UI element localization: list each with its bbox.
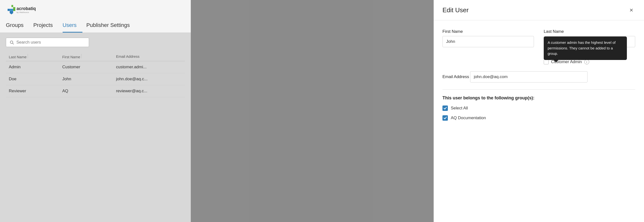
aq-documentation-checkbox[interactable] bbox=[442, 115, 448, 121]
cell-first-name: John bbox=[59, 73, 113, 85]
email-label: Email Address bbox=[442, 74, 469, 79]
last-name-label: Last Name bbox=[544, 29, 635, 34]
modal-body: First Name Last Name A customer admin ha… bbox=[434, 20, 644, 222]
content-area: Last Name First Name Email Address Admin… bbox=[0, 33, 191, 222]
cell-email: john.doe@aq.c... bbox=[113, 73, 185, 85]
table-row[interactable]: Admin Customer customer.admi... bbox=[6, 61, 185, 73]
cell-email: customer.admi... bbox=[113, 61, 185, 73]
cell-first-name: Customer bbox=[59, 61, 113, 73]
users-table: Last Name First Name Email Address Admin… bbox=[6, 52, 185, 97]
tab-publisher-settings[interactable]: Publisher Settings bbox=[86, 20, 136, 33]
svg-text:by VitalSource: by VitalSource bbox=[17, 11, 29, 14]
section-divider bbox=[442, 89, 635, 90]
cell-last-name: Doe bbox=[6, 73, 59, 85]
search-input[interactable] bbox=[16, 40, 85, 45]
groups-section: This user belongs to the following group… bbox=[442, 95, 635, 121]
modal-header: Edit User × bbox=[434, 0, 644, 20]
aq-documentation-label: AQ Documentation bbox=[451, 116, 486, 120]
edit-user-modal: Edit User × First Name Last Name A custo… bbox=[434, 0, 644, 222]
logo-area: acrobatiq by VitalSource bbox=[6, 4, 185, 16]
app-header: acrobatiq by VitalSource Groups Projects… bbox=[0, 0, 191, 33]
col-email[interactable]: Email Address bbox=[113, 52, 185, 61]
first-name-input[interactable] bbox=[442, 36, 534, 47]
aq-documentation-row: AQ Documentation bbox=[442, 115, 635, 121]
tab-projects[interactable]: Projects bbox=[33, 20, 58, 33]
last-name-group: Last Name A customer admin has the highe… bbox=[544, 29, 635, 64]
email-group: Email Address bbox=[442, 71, 635, 83]
modal-title: Edit User bbox=[442, 6, 469, 14]
cell-email: reviewer@aq.c... bbox=[113, 85, 185, 97]
col-last-name[interactable]: Last Name bbox=[6, 52, 59, 61]
table-row[interactable]: Reviewer AQ reviewer@aq.c... bbox=[6, 85, 185, 97]
first-name-label: First Name bbox=[442, 29, 534, 34]
tab-groups[interactable]: Groups bbox=[6, 20, 29, 33]
select-all-checkbox[interactable] bbox=[442, 105, 448, 111]
tab-users[interactable]: Users bbox=[62, 20, 82, 33]
search-bar[interactable] bbox=[6, 38, 89, 47]
first-name-group: First Name bbox=[442, 29, 534, 64]
cell-last-name: Admin bbox=[6, 61, 59, 73]
table-row[interactable]: Doe John john.doe@aq.c... bbox=[6, 73, 185, 85]
svg-line-3 bbox=[12, 43, 14, 44]
svg-text:acrobatiq: acrobatiq bbox=[17, 6, 36, 11]
col-first-name[interactable]: First Name bbox=[59, 52, 113, 61]
cell-last-name: Reviewer bbox=[6, 85, 59, 97]
app-logo: acrobatiq by VitalSource bbox=[6, 4, 40, 16]
name-row: First Name Last Name A customer admin ha… bbox=[442, 29, 635, 64]
nav-tabs: Groups Projects Users Publisher Settings bbox=[6, 20, 185, 33]
modal-overlay[interactable]: Edit User × First Name Last Name A custo… bbox=[191, 0, 644, 222]
search-icon bbox=[10, 40, 14, 45]
close-button[interactable]: × bbox=[628, 6, 635, 14]
info-icon[interactable]: i bbox=[584, 60, 589, 64]
cell-first-name: AQ bbox=[59, 85, 113, 97]
select-all-label: Select All bbox=[451, 106, 468, 111]
groups-title: This user belongs to the following group… bbox=[442, 95, 635, 101]
select-all-row: Select All bbox=[442, 105, 635, 111]
background-app: acrobatiq by VitalSource Groups Projects… bbox=[0, 0, 191, 222]
email-input[interactable] bbox=[470, 71, 588, 83]
customer-admin-checkbox[interactable] bbox=[544, 60, 548, 64]
customer-admin-tooltip: A customer admin has the highest level o… bbox=[544, 37, 627, 60]
